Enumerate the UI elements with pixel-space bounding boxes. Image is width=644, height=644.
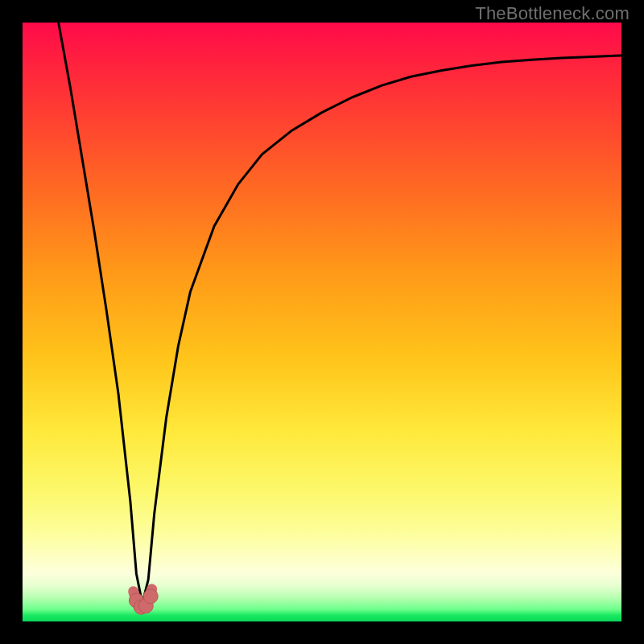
bottleneck-curve-path [59,23,621,604]
watermark-text: TheBottleneck.com [475,3,630,24]
minimum-marker [143,589,158,604]
chart-frame: TheBottleneck.com [0,0,644,644]
curve-layer [23,23,621,621]
plot-area [23,23,621,621]
